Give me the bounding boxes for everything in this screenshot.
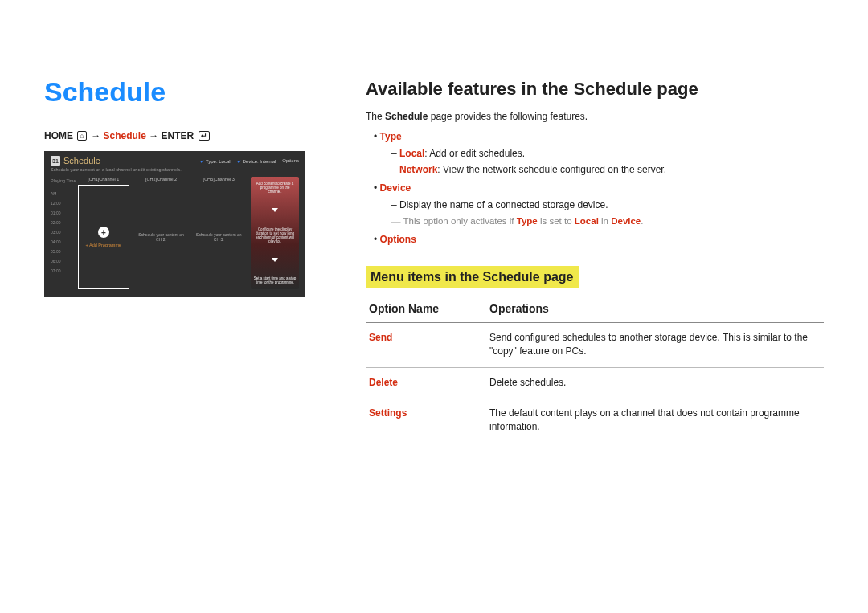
ui-time: 06:00: [51, 259, 78, 264]
note-pre: This option only activates if: [403, 216, 517, 226]
table-row: Delete Delete schedules.: [366, 367, 824, 398]
ui-heading: Schedule: [63, 156, 100, 166]
chevron-down-icon: [272, 208, 278, 212]
breadcrumb-home: HOME: [44, 130, 73, 141]
row-delete-desc: Delete schedules.: [486, 367, 824, 398]
breadcrumb-arrow: →: [149, 130, 158, 141]
ui-panel-top: Add content to create a programme on the…: [253, 182, 297, 194]
ui-col1-head: [CH1]Channel 1: [78, 177, 129, 182]
ui-time: 04:00: [51, 239, 78, 244]
type-network-bold: Network: [399, 164, 437, 175]
ui-device-dropdown: Device: Internal: [237, 158, 276, 164]
chevron-down-icon: [272, 258, 278, 262]
schedule-ui-preview: 31 Schedule Type: Local Device: Internal…: [44, 151, 305, 297]
type-local-desc: : Add or edit schedules.: [424, 148, 525, 159]
enter-icon: ↵: [199, 131, 210, 141]
feature-device-note: This option only activates if Type is se…: [374, 215, 824, 228]
calendar-icon: 31: [51, 156, 60, 166]
row-delete-name: Delete: [366, 367, 486, 398]
feature-options-label: Options: [380, 234, 416, 245]
plus-icon: +: [98, 227, 109, 238]
row-send-name: Send: [366, 322, 486, 367]
ui-type-dropdown: Type: Local: [200, 158, 231, 164]
feature-type-label: Type: [380, 131, 402, 142]
breadcrumb-schedule: Schedule: [103, 130, 145, 141]
col-operations: Operations: [486, 296, 824, 322]
note-type: Type: [517, 216, 538, 226]
menu-items-heading: Menu items in the Schedule page: [366, 266, 579, 288]
ui-panel-bot: Set a start time and a stop time for the…: [253, 276, 297, 284]
ui-time: 05:00: [51, 249, 78, 254]
feature-device: Device Display the name of a connected s…: [374, 182, 824, 227]
intro-pre: The: [366, 111, 385, 122]
table-row: Settings The default content plays on a …: [366, 398, 824, 443]
row-settings-name: Settings: [366, 398, 486, 443]
ui-col3-text: Schedule your content on CH 3.: [193, 185, 244, 289]
ui-playtime-label: Playing Time: [51, 178, 78, 183]
feature-device-desc: Display the name of a connected storage …: [391, 198, 824, 212]
ui-add-programme-box: + + Add Programme: [78, 185, 129, 289]
ui-col2-head: [CH2]Channel 2: [136, 177, 187, 182]
row-send-desc: Send configured schedules to another sto…: [486, 322, 824, 367]
intro-post: page provides the following features.: [428, 111, 588, 122]
feature-device-label: Device: [380, 182, 411, 194]
ui-time: 12:00: [51, 201, 78, 206]
feature-type-local: Local: Add or edit schedules.: [391, 147, 824, 161]
feature-options: Options: [374, 233, 824, 247]
ui-panel-mid: Configure the display duration to set ho…: [253, 227, 297, 243]
table-row: Send Send configured schedules to anothe…: [366, 322, 824, 367]
note-dot: .: [641, 216, 643, 226]
page-title: Schedule: [44, 76, 309, 108]
home-icon: ⌂: [77, 131, 86, 141]
ui-time: 01:00: [51, 210, 78, 215]
intro-bold: Schedule: [385, 111, 428, 122]
breadcrumb-enter: ENTER: [162, 130, 194, 141]
type-local-bold: Local: [399, 148, 424, 159]
note-device: Device: [611, 216, 641, 226]
ui-time: 03:00: [51, 230, 78, 235]
note-mid: is set to: [538, 216, 575, 226]
ui-col3-head: [CH3]Channel 3: [193, 177, 244, 182]
note-in: in: [599, 216, 611, 226]
ui-add-programme-label: + Add Programme: [86, 243, 121, 247]
ui-col2-text: Schedule your content on CH 2.: [136, 185, 187, 289]
breadcrumb-arrow: →: [91, 130, 100, 141]
ui-time-column: Playing Time AM 12:00 01:00 02:00 03:00 …: [51, 177, 78, 289]
ui-time: AM: [51, 191, 78, 196]
ui-help-panel: Add content to create a programme on the…: [251, 177, 299, 289]
col-option-name: Option Name: [366, 296, 486, 322]
type-network-desc: : View the network schedule configured o…: [437, 164, 666, 175]
ui-subtitle: Schedule your content on a local channel…: [51, 167, 299, 172]
ui-time: 02:00: [51, 220, 78, 225]
intro-text: The Schedule page provides the following…: [366, 110, 824, 124]
section-heading: Available features in the Schedule page: [366, 76, 824, 102]
note-local: Local: [575, 216, 599, 226]
ui-time: 07:00: [51, 268, 78, 273]
row-settings-desc: The default content plays on a channel t…: [486, 398, 824, 443]
breadcrumb: HOME ⌂ → Schedule → ENTER ↵: [44, 130, 309, 141]
feature-type-network: Network: View the network schedule confi…: [391, 163, 824, 177]
menu-table: Option Name Operations Send Send configu…: [366, 296, 824, 443]
ui-options: Options: [282, 158, 299, 164]
feature-type: Type Local: Add or edit schedules. Netwo…: [374, 130, 824, 177]
